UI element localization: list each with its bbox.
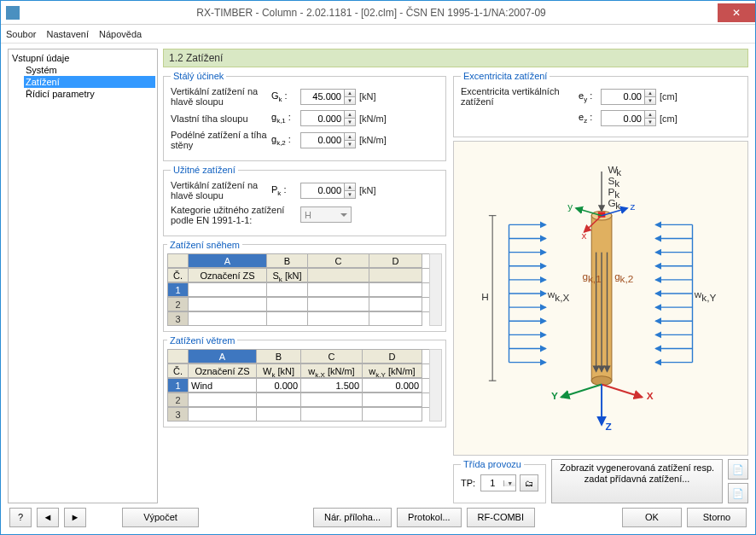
group-wind: Zatížení větrem A B C D [163,335,446,427]
app-icon [6,6,20,20]
svg-point-2 [591,376,612,386]
select-category[interactable]: H [300,206,352,223]
protokol-button[interactable]: Protokol... [397,508,462,527]
sym-ey: ey : [579,90,601,103]
help-button[interactable]: ? [9,508,32,527]
svg-line-39 [561,385,602,398]
legend-snow: Zatížení sněhem [167,240,242,250]
svg-line-38 [602,385,642,398]
group-snow: Zatížení sněhem A B C D [163,240,446,332]
legend-permanent: Stálý účinek [171,71,226,81]
unit-pk: [kN] [359,185,376,195]
legend-ecc: Excentricita zatížení [461,71,550,81]
window-title: RX-TIMBER - Column - 2.02.1181 - [02.clm… [25,7,718,19]
gen-loads-button[interactable]: Zobrazit vygenerovaná zatížení resp.zada… [551,459,723,503]
sym-gk1: gk,1 : [271,112,300,125]
svg-text:Y: Y [551,390,558,402]
input-ey[interactable]: ▲▼ [601,89,656,105]
label-ecc: Excentricita vertikálních zatížení [461,86,579,107]
table-row[interactable]: 3 [167,407,429,422]
tree-item-params[interactable]: Řídicí parametry [24,88,155,100]
sym-pk: Pk : [271,184,300,197]
sym-gk: Gk : [271,90,300,103]
scrollbar-snow[interactable] [429,253,442,326]
svg-text:k: k [615,200,620,212]
svg-text:w: w [694,289,702,301]
sym-ez: ez : [579,112,601,125]
label-tp: TP: [461,478,475,488]
app-window: RX-TIMBER - Column - 2.02.1181 - [02.clm… [0,0,756,535]
scrollbar-wind[interactable] [429,349,442,422]
label-gk: Vertikální zatížení na hlavě sloupu [171,86,271,107]
group-tp: Třída provozu TP: 1▼ 🗂 [453,459,546,503]
label-pk: Vertikální zatížení na hlavě sloupu [171,180,271,201]
table-row[interactable]: 3 [167,311,429,326]
table-snow[interactable]: A B C D Č. Označení ZS Sk [kN] [167,253,429,326]
svg-text:y: y [567,201,573,212]
combi-button[interactable]: RF-COMBI [467,508,535,527]
svg-text:Z: Z [605,421,611,433]
next-button[interactable]: ► [64,508,86,527]
svg-text:k: k [616,167,621,179]
sym-gk2: gk,2 : [271,134,300,147]
load-diagram: Wk Sk Pk Gk gk,1 gk,2 wk,X wk,Y H x y [453,141,748,456]
table-row[interactable]: 1 [167,282,429,297]
tree-item-load[interactable]: Zatížení [24,76,155,88]
table-row[interactable]: 1Wind0.0001.5000.000 [167,378,429,393]
svg-text:k,2: k,2 [620,273,634,285]
content: Vstupní údaje Systém Zatížení Řídicí par… [1,44,755,503]
menu-file[interactable]: Soubor [6,29,36,39]
calc-button[interactable]: Výpočet [122,508,199,527]
export-button-2[interactable]: 📄 [728,483,748,503]
input-ez[interactable]: ▲▼ [601,110,656,126]
table-row[interactable]: 2 [167,297,429,311]
svg-text:x: x [581,230,586,241]
svg-text:H: H [481,291,489,303]
input-pk[interactable]: ▲▼ [300,183,356,199]
svg-text:k: k [614,178,619,190]
legend-tp: Třída provozu [461,459,524,469]
group-permanent: Stálý účinek Vertikální zatížení na hlav… [163,71,446,161]
input-gk1[interactable]: ▲▼ [300,110,356,126]
page-heading: 1.2 Zatížení [163,49,748,67]
unit-gk1: [kN/m] [359,113,387,124]
footer: ? ◄ ► Výpočet Nár. příloha... Protokol..… [1,503,755,534]
table-wind[interactable]: A B C D Č. Označení ZS Wk [kN] wk,X [kN/ [167,349,429,422]
cancel-button[interactable]: Storno [687,508,747,527]
label-gk2: Podélné zatížení a tíha stěny [171,130,271,150]
export-button-1[interactable]: 📄 [728,459,748,480]
svg-text:k,1: k,1 [588,273,602,285]
unit-gk: [kN] [359,91,376,102]
table-row[interactable]: 2 [167,393,429,407]
main-panel: 1.2 Zatížení Stálý účinek Vertikální zat… [163,49,748,503]
legend-wind: Zatížení větrem [167,335,237,346]
svg-text:w: w [547,289,555,301]
input-gk[interactable]: ▲▼ [300,89,356,105]
menu-settings[interactable]: Nastavení [46,29,89,39]
tp-details-button[interactable]: 🗂 [520,474,538,491]
group-live: Užitné zatížení Vertikální zatížení na h… [163,165,446,236]
unit-ez: [cm] [660,113,677,124]
select-tp[interactable]: 1▼ [480,474,516,491]
svg-text:k,Y: k,Y [701,292,716,304]
svg-text:X: X [647,390,654,402]
unit-ey: [cm] [660,91,677,102]
prev-button[interactable]: ◄ [37,508,59,527]
titlebar: RX-TIMBER - Column - 2.02.1181 - [02.clm… [1,1,755,25]
tree-item-system[interactable]: Systém [24,64,155,76]
nar-button[interactable]: Nár. příloha... [313,508,392,527]
input-gk2[interactable]: ▲▼ [300,132,356,148]
label-cat: Kategorie užitného zatížení podle EN 199… [171,205,300,225]
ok-button[interactable]: OK [622,508,682,527]
svg-text:z: z [630,201,635,212]
unit-gk2: [kN/m] [359,135,387,145]
menu-help[interactable]: Nápověda [99,29,142,39]
tree-nav[interactable]: Vstupní údaje Systém Zatížení Řídicí par… [8,49,158,503]
svg-text:k,X: k,X [555,292,569,304]
close-button[interactable]: ✕ [718,3,755,22]
tree-root[interactable]: Vstupní údaje [10,52,155,64]
menubar: Soubor Nastavení Nápověda [1,25,755,44]
legend-live: Užitné zatížení [171,165,238,175]
group-ecc: Excentricita zatížení Excentricita verti… [453,71,748,137]
label-gk1: Vlastní tíha sloupu [171,113,271,124]
